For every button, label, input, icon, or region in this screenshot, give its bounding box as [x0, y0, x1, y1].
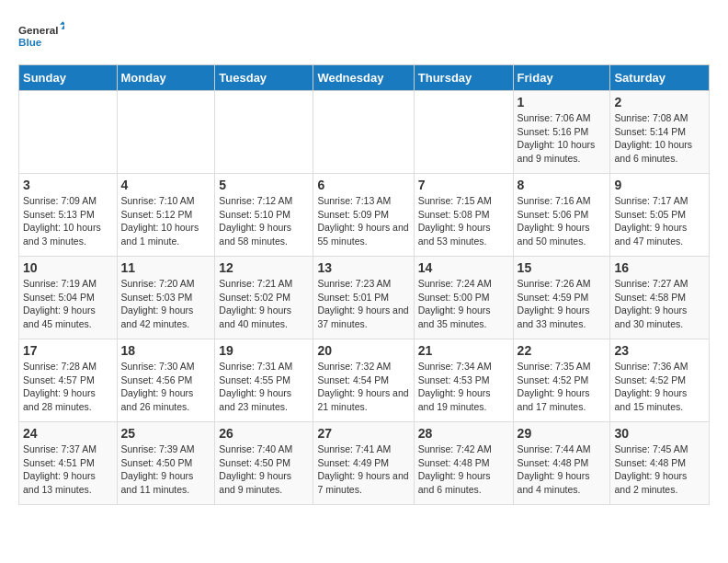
- calendar-week-2: 3Sunrise: 7:09 AM Sunset: 5:13 PM Daylig…: [19, 174, 710, 257]
- day-info: Sunrise: 7:16 AM Sunset: 5:06 PM Dayligh…: [518, 194, 607, 248]
- day-number: 30: [614, 426, 705, 441]
- day-info: Sunrise: 7:32 AM Sunset: 4:54 PM Dayligh…: [317, 360, 409, 414]
- day-info: Sunrise: 7:27 AM Sunset: 4:58 PM Dayligh…: [614, 277, 705, 331]
- calendar-cell: 8Sunrise: 7:16 AM Sunset: 5:06 PM Daylig…: [513, 174, 610, 257]
- calendar-cell: 27Sunrise: 7:41 AM Sunset: 4:49 PM Dayli…: [313, 422, 414, 505]
- calendar-cell: 7Sunrise: 7:15 AM Sunset: 5:08 PM Daylig…: [414, 174, 513, 257]
- calendar-cell: 20Sunrise: 7:32 AM Sunset: 4:54 PM Dayli…: [313, 339, 414, 422]
- day-info: Sunrise: 7:17 AM Sunset: 5:05 PM Dayligh…: [614, 194, 705, 248]
- day-info: Sunrise: 7:36 AM Sunset: 4:52 PM Dayligh…: [614, 360, 705, 414]
- day-number: 10: [23, 260, 113, 275]
- calendar-cell: 30Sunrise: 7:45 AM Sunset: 4:48 PM Dayli…: [610, 422, 710, 505]
- calendar-cell: [414, 91, 513, 174]
- day-info: Sunrise: 7:08 AM Sunset: 5:14 PM Dayligh…: [614, 111, 705, 166]
- calendar-cell: 10Sunrise: 7:19 AM Sunset: 5:04 PM Dayli…: [19, 257, 118, 339]
- day-info: Sunrise: 7:09 AM Sunset: 5:13 PM Dayligh…: [23, 194, 113, 248]
- calendar-cell: 15Sunrise: 7:26 AM Sunset: 4:59 PM Dayli…: [513, 257, 610, 339]
- svg-marker-2: [60, 21, 64, 24]
- calendar-cell: 21Sunrise: 7:34 AM Sunset: 4:53 PM Dayli…: [414, 339, 513, 422]
- day-info: Sunrise: 7:26 AM Sunset: 4:59 PM Dayligh…: [518, 277, 607, 331]
- day-number: 16: [614, 260, 705, 275]
- day-number: 12: [219, 260, 309, 275]
- day-number: 3: [23, 178, 113, 192]
- day-info: Sunrise: 7:19 AM Sunset: 5:04 PM Dayligh…: [23, 277, 113, 331]
- day-info: Sunrise: 7:10 AM Sunset: 5:12 PM Dayligh…: [121, 194, 211, 248]
- day-number: 11: [121, 260, 211, 275]
- day-info: Sunrise: 7:24 AM Sunset: 5:00 PM Dayligh…: [418, 277, 509, 331]
- calendar-week-5: 24Sunrise: 7:37 AM Sunset: 4:51 PM Dayli…: [19, 422, 710, 505]
- svg-marker-3: [62, 25, 64, 29]
- calendar-cell: [117, 91, 215, 174]
- calendar-cell: 4Sunrise: 7:10 AM Sunset: 5:12 PM Daylig…: [117, 174, 215, 257]
- calendar-cell: 22Sunrise: 7:35 AM Sunset: 4:52 PM Dayli…: [513, 339, 610, 422]
- calendar-cell: 19Sunrise: 7:31 AM Sunset: 4:55 PM Dayli…: [215, 339, 313, 422]
- day-info: Sunrise: 7:20 AM Sunset: 5:03 PM Dayligh…: [121, 277, 211, 331]
- day-info: Sunrise: 7:23 AM Sunset: 5:01 PM Dayligh…: [317, 277, 409, 331]
- weekday-header-thursday: Thursday: [414, 65, 513, 91]
- calendar-cell: 14Sunrise: 7:24 AM Sunset: 5:00 PM Dayli…: [414, 257, 513, 339]
- day-number: 15: [518, 260, 607, 275]
- calendar-cell: 16Sunrise: 7:27 AM Sunset: 4:58 PM Dayli…: [610, 257, 710, 339]
- day-number: 17: [23, 343, 113, 358]
- day-info: Sunrise: 7:30 AM Sunset: 4:56 PM Dayligh…: [121, 360, 211, 414]
- weekday-header-friday: Friday: [513, 65, 610, 91]
- day-number: 23: [614, 343, 705, 358]
- day-number: 22: [518, 343, 607, 358]
- day-number: 2: [614, 95, 705, 109]
- calendar-cell: 13Sunrise: 7:23 AM Sunset: 5:01 PM Dayli…: [313, 257, 414, 339]
- day-number: 24: [23, 426, 113, 441]
- day-number: 28: [418, 426, 509, 441]
- weekday-header-row: SundayMondayTuesdayWednesdayThursdayFrid…: [19, 65, 710, 91]
- day-number: 21: [418, 343, 509, 358]
- calendar-cell: [215, 91, 313, 174]
- day-info: Sunrise: 7:35 AM Sunset: 4:52 PM Dayligh…: [518, 360, 607, 414]
- weekday-header-sunday: Sunday: [19, 65, 118, 91]
- weekday-header-monday: Monday: [117, 65, 215, 91]
- day-info: Sunrise: 7:37 AM Sunset: 4:51 PM Dayligh…: [23, 442, 113, 497]
- calendar-cell: 11Sunrise: 7:20 AM Sunset: 5:03 PM Dayli…: [117, 257, 215, 339]
- weekday-header-wednesday: Wednesday: [313, 65, 414, 91]
- day-number: 19: [219, 343, 309, 358]
- calendar-cell: [313, 91, 414, 174]
- day-number: 25: [121, 426, 211, 441]
- day-info: Sunrise: 7:39 AM Sunset: 4:50 PM Dayligh…: [121, 442, 211, 497]
- logo-svg: General Blue: [18, 18, 64, 55]
- calendar-cell: 6Sunrise: 7:13 AM Sunset: 5:09 PM Daylig…: [313, 174, 414, 257]
- calendar-cell: 5Sunrise: 7:12 AM Sunset: 5:10 PM Daylig…: [215, 174, 313, 257]
- day-number: 27: [317, 426, 409, 441]
- day-number: 7: [418, 178, 509, 192]
- calendar-cell: 24Sunrise: 7:37 AM Sunset: 4:51 PM Dayli…: [19, 422, 118, 505]
- weekday-header-tuesday: Tuesday: [215, 65, 313, 91]
- day-info: Sunrise: 7:44 AM Sunset: 4:48 PM Dayligh…: [518, 442, 607, 497]
- calendar-cell: 26Sunrise: 7:40 AM Sunset: 4:50 PM Dayli…: [215, 422, 313, 505]
- calendar-body: 1Sunrise: 7:06 AM Sunset: 5:16 PM Daylig…: [19, 91, 710, 505]
- calendar-cell: 9Sunrise: 7:17 AM Sunset: 5:05 PM Daylig…: [610, 174, 710, 257]
- day-info: Sunrise: 7:40 AM Sunset: 4:50 PM Dayligh…: [219, 442, 309, 497]
- day-info: Sunrise: 7:12 AM Sunset: 5:10 PM Dayligh…: [219, 194, 309, 248]
- calendar-cell: 2Sunrise: 7:08 AM Sunset: 5:14 PM Daylig…: [610, 91, 710, 174]
- calendar-cell: 17Sunrise: 7:28 AM Sunset: 4:57 PM Dayli…: [19, 339, 118, 422]
- day-number: 4: [121, 178, 211, 192]
- day-info: Sunrise: 7:45 AM Sunset: 4:48 PM Dayligh…: [614, 442, 705, 497]
- calendar-week-3: 10Sunrise: 7:19 AM Sunset: 5:04 PM Dayli…: [19, 257, 710, 339]
- calendar-header: SundayMondayTuesdayWednesdayThursdayFrid…: [19, 65, 710, 91]
- calendar-cell: 1Sunrise: 7:06 AM Sunset: 5:16 PM Daylig…: [513, 91, 610, 174]
- svg-text:Blue: Blue: [18, 36, 42, 48]
- day-info: Sunrise: 7:31 AM Sunset: 4:55 PM Dayligh…: [219, 360, 309, 414]
- calendar-cell: 29Sunrise: 7:44 AM Sunset: 4:48 PM Dayli…: [513, 422, 610, 505]
- day-number: 1: [518, 95, 607, 109]
- day-number: 5: [219, 178, 309, 192]
- day-info: Sunrise: 7:21 AM Sunset: 5:02 PM Dayligh…: [219, 277, 309, 331]
- day-number: 29: [518, 426, 607, 441]
- day-number: 26: [219, 426, 309, 441]
- header: General Blue: [18, 18, 710, 55]
- logo: General Blue: [18, 18, 64, 55]
- day-info: Sunrise: 7:42 AM Sunset: 4:48 PM Dayligh…: [418, 442, 509, 497]
- day-info: Sunrise: 7:13 AM Sunset: 5:09 PM Dayligh…: [317, 194, 409, 248]
- weekday-header-saturday: Saturday: [610, 65, 710, 91]
- calendar-cell: [19, 91, 118, 174]
- calendar-table: SundayMondayTuesdayWednesdayThursdayFrid…: [18, 64, 710, 505]
- svg-text:General: General: [18, 24, 58, 36]
- day-number: 8: [518, 178, 607, 192]
- day-number: 18: [121, 343, 211, 358]
